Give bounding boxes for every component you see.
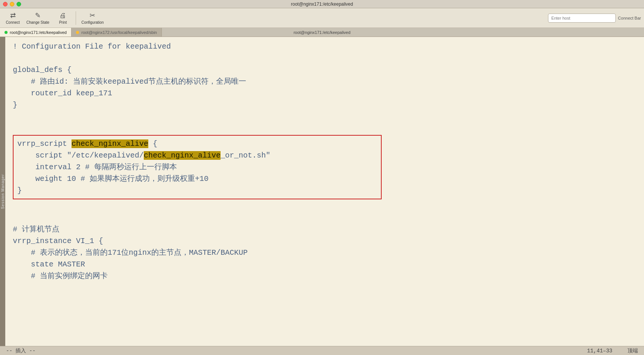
configuration-button[interactable]: ✂ Configuration xyxy=(79,10,106,26)
window-title: root@nginx171:/etc/keepalived xyxy=(291,2,353,7)
tab-1[interactable]: root@nginx171:/etc/keepalived xyxy=(0,28,72,37)
close-button[interactable] xyxy=(3,2,8,6)
highlight-check-nginx-alive-1: check_nginx_alive xyxy=(72,139,148,148)
print-icon: 🖨 xyxy=(59,12,66,20)
session-manager-sidebar[interactable]: Session Manager xyxy=(0,37,5,346)
change-state-icon: ✎ xyxy=(35,11,41,20)
configuration-label: Configuration xyxy=(81,20,104,24)
code-line-interval: interval 2 # 每隔两秒运行上一行脚本 xyxy=(17,161,377,173)
highlight-check-nginx-alive-2: check_nginx_alive xyxy=(144,151,221,160)
connect-bar-label: Connect Bar xyxy=(618,16,641,20)
enter-host-input[interactable] xyxy=(548,14,616,23)
connect-bar-area: Connect Bar xyxy=(548,14,641,23)
code-line-nic-comment: # 当前实例绑定的网卡 xyxy=(13,270,636,282)
code-line-script: script "/etc/keepalived/check_nginx_aliv… xyxy=(17,150,377,161)
code-line-comment-node: # 计算机节点 xyxy=(13,223,636,235)
configuration-icon: ✂ xyxy=(90,11,95,20)
print-button[interactable]: 🖨 Print xyxy=(53,10,73,26)
scroll-position: 顶端 xyxy=(627,347,638,354)
connect-button[interactable]: ⇄ Connect xyxy=(3,10,23,26)
code-line-1: ! Configuration File for keepalived xyxy=(13,41,636,52)
window-controls[interactable] xyxy=(3,2,21,6)
code-line-close-brace: } xyxy=(17,185,377,196)
main-content: Session Manager ! Configuration File for… xyxy=(0,37,644,346)
code-line-blank-2 xyxy=(13,111,636,122)
change-state-label: Change State xyxy=(26,20,49,24)
highlight-block: vrrp_script check_nginx_alive { script "… xyxy=(13,135,382,199)
code-line-blank-1 xyxy=(13,52,636,64)
tab-center-title: root@nginx171:/etc/keepalived xyxy=(294,30,350,35)
tab-1-status-dot xyxy=(5,31,8,34)
print-label: Print xyxy=(59,20,67,24)
code-line-vrrp-script: vrrp_script check_nginx_alive { xyxy=(17,138,377,150)
tab-1-label: root@nginx171:/etc/keepalived xyxy=(10,30,67,35)
tab-2-label: root@nginx172:/usr/local/keepalived/sbin xyxy=(81,30,157,35)
insert-mode-indicator: -- 插入 -- xyxy=(6,347,572,354)
toolbar: ⇄ Connect ✎ Change State 🖨 Print ✂ Confi… xyxy=(0,8,644,28)
connect-icon: ⇄ xyxy=(10,11,16,20)
cursor-position: 11,41–33 xyxy=(587,348,612,354)
code-line-weight: weight 10 # 如果脚本运行成功，则升级权重+10 xyxy=(17,173,377,185)
code-line-4: router_id keep_171 xyxy=(13,87,636,99)
tab-2-status-dot xyxy=(76,31,79,34)
tab-2[interactable]: root@nginx172:/usr/local/keepalived/sbin xyxy=(72,28,162,37)
code-line-vrrp-instance: vrrp_instance VI_1 { xyxy=(13,235,636,247)
code-line-3: # 路由id: 当前安装keepalived节点主机的标识符，全局唯一 xyxy=(13,76,636,87)
tab-bar: root@nginx171:/etc/keepalived root@nginx… xyxy=(0,28,644,37)
code-line-blank-4 xyxy=(13,200,636,212)
minimize-button[interactable] xyxy=(10,2,14,6)
toolbar-separator xyxy=(76,11,76,25)
code-line-state-comment: # 表示的状态，当前的171位nginx的主节点，MASTER/BACKUP xyxy=(13,247,636,259)
editor-area[interactable]: ! Configuration File for keepalived glob… xyxy=(5,37,644,346)
code-line-blank-3 xyxy=(13,122,636,134)
session-manager-label: Session Manager xyxy=(1,174,5,209)
connect-label: Connect xyxy=(6,20,20,24)
code-line-2: global_defs { xyxy=(13,64,636,76)
code-line-state: state MASTER xyxy=(13,259,636,270)
change-state-button[interactable]: ✎ Change State xyxy=(24,10,52,26)
maximize-button[interactable] xyxy=(17,2,21,6)
code-line-5: } xyxy=(13,99,636,111)
status-bar: -- 插入 -- 11,41–33 顶端 xyxy=(0,346,644,355)
title-bar: root@nginx171:/etc/keepalived xyxy=(0,0,644,8)
code-line-blank-5 xyxy=(13,212,636,223)
